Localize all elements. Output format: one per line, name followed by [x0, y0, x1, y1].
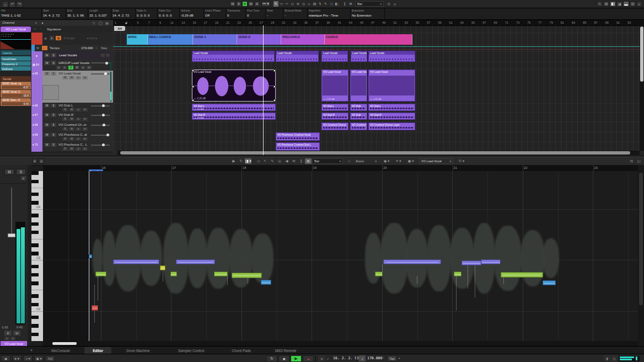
- audition-loop-icon[interactable]: ↻: [238, 158, 244, 164]
- global-r-button[interactable]: R: [242, 1, 248, 7]
- audio-activity-icon[interactable]: ◎: [611, 355, 618, 361]
- redo-icon[interactable]: ↷: [16, 1, 23, 8]
- monitor-icon[interactable]: ⊙: [76, 147, 81, 151]
- time-warp-tool-icon[interactable]: ↯: [318, 1, 323, 7]
- object-selection-tool-icon[interactable]: ↖: [262, 158, 269, 164]
- gear-icon[interactable]: ⊛: [44, 36, 47, 40]
- pitch-snap-icon[interactable]: ⊙: [305, 158, 312, 164]
- send-slot[interactable]: SEND Vocal..G-16.8: [1, 90, 31, 98]
- tap-tempo-button[interactable]: Tap: [387, 355, 397, 361]
- monitor-icon[interactable]: ⊙: [76, 108, 81, 111]
- send-slot[interactable]: SEND Vocal..ng-8.07: [1, 82, 31, 89]
- info-field-algorithm[interactable]: Algorithmelastique Pro - Time: [308, 8, 351, 19]
- audio-event[interactable]: VO Dub L: [321, 104, 348, 111]
- track-solo-button[interactable]: S: [51, 143, 56, 147]
- warning-icon[interactable]: ⚠: [597, 1, 603, 7]
- info-field-length[interactable]: Length15. 1. 0.107: [88, 8, 111, 19]
- hub-icon[interactable]: ⌂: [2, 1, 9, 8]
- glue-tool-icon[interactable]: ⊔: [290, 1, 295, 7]
- color-icon[interactable]: ▣ ▾: [406, 158, 416, 164]
- track-parts-box[interactable]: [42, 85, 59, 100]
- selection-handle[interactable]: [192, 70, 194, 72]
- sync-icon[interactable]: ◉: [318, 355, 325, 361]
- read-button[interactable]: R: [62, 108, 68, 111]
- piano-key-black[interactable]: [31, 333, 39, 337]
- color-tool-icon[interactable]: ◧: [334, 1, 339, 7]
- variaudio-segment[interactable]: [176, 259, 215, 264]
- channel-tab-header[interactable]: Channel: [0, 20, 31, 26]
- track-mute-button[interactable]: M: [44, 123, 50, 127]
- info-field-file[interactable]: FileTAKE 1, 1-02: [0, 8, 42, 19]
- audio-event[interactable]: VO Lead Voc: [350, 70, 367, 102]
- piano-key-white[interactable]: [31, 175, 43, 179]
- piano-key-black[interactable]: [31, 193, 39, 196]
- cycle-button[interactable]: ↻: [266, 355, 277, 362]
- read-button[interactable]: R: [62, 147, 68, 151]
- audio-event[interactable]: VO Prechorus Crushed Vocal: [276, 132, 320, 141]
- track-row-arranger[interactable]: ⊛e▦Arranger◂ Intro ▸: [31, 33, 113, 45]
- right-zone-toggle-icon[interactable]: ▥: [630, 1, 636, 7]
- volume-slider-handle[interactable]: [104, 72, 107, 75]
- send-level-bar[interactable]: -16.8: [2, 94, 30, 97]
- freeze-icon[interactable]: ⊡: [82, 76, 88, 79]
- fader-handle[interactable]: [8, 233, 15, 237]
- track-search-icon[interactable]: ◯: [98, 20, 103, 25]
- expand-zone-icon[interactable]: ◱: [636, 158, 642, 164]
- tab-mixconsole[interactable]: MixConsole: [41, 347, 80, 354]
- variaudio-segment[interactable]: [481, 259, 501, 264]
- audio-event[interactable]: VO Crushed: [350, 123, 367, 130]
- info-field-value[interactable]: 15. 1. 0.107: [89, 14, 107, 17]
- piano-key-white[interactable]: [31, 196, 43, 201]
- audio-event[interactable]: VO Crushed Chorus Layer: [368, 123, 415, 130]
- folder-event[interactable]: Lead Vocals: [368, 51, 415, 62]
- inserts-section-header[interactable]: Inserts: [1, 50, 31, 55]
- info-field-value[interactable]: -: [285, 14, 286, 17]
- track-solo-button[interactable]: S: [51, 113, 56, 117]
- piano-key-white[interactable]: [31, 209, 43, 214]
- snap-type-icon[interactable]: ⊞: [348, 1, 353, 7]
- read-button[interactable]: R: [62, 118, 68, 121]
- audio-event[interactable]: VO Dub R: [321, 113, 348, 120]
- send-level-bar[interactable]: -8.07: [2, 86, 30, 89]
- piano-key-black[interactable]: [31, 171, 39, 175]
- monitor-icon[interactable]: ⊙: [76, 127, 81, 131]
- mute-tool-icon[interactable]: ×: [307, 1, 312, 7]
- track-row-group[interactable]: ▦ 64MSGROUP Lead Vocalse⊂RW⊙⊡: [31, 60, 113, 71]
- chevron-down-icon[interactable]: ▾: [399, 356, 400, 360]
- automation-icon[interactable]: ⊂: [62, 66, 67, 70]
- editor-grid-selector[interactable]: Bar▾: [312, 158, 343, 164]
- editor-solo-button[interactable]: S: [16, 169, 26, 175]
- piano-key-white[interactable]: [31, 188, 43, 192]
- track-mute-button[interactable]: M: [44, 104, 50, 108]
- write-button[interactable]: W: [13, 331, 20, 336]
- record-enable-icon[interactable]: ⊡: [10, 337, 15, 340]
- object-selection-tool-icon[interactable]: ↖: [273, 1, 278, 7]
- folder-event[interactable]: Lead Vocals: [192, 51, 275, 62]
- volume-slider-handle[interactable]: [102, 143, 105, 146]
- midi-activity-icon[interactable]: ▮: [604, 355, 610, 361]
- monitor-icon[interactable]: ⊙: [76, 137, 81, 141]
- audio-event[interactable]: VO Lead Vocal⊿ -2.93 dB: [321, 70, 348, 102]
- editor-h-scrollbar-thumb[interactable]: [52, 342, 77, 345]
- piano-key-black[interactable]: [31, 273, 39, 277]
- read-button[interactable]: R: [62, 137, 68, 141]
- info-field-value[interactable]: 30. 1. 3. 96: [67, 14, 84, 17]
- variaudio-editor[interactable]: [43, 171, 638, 341]
- folder-event[interactable]: Lead Vocals: [276, 51, 319, 62]
- write-button[interactable]: W: [69, 118, 74, 121]
- freeze-icon[interactable]: ⊡: [82, 127, 88, 131]
- freeze-icon[interactable]: ⊡: [82, 147, 88, 151]
- variaudio-segment[interactable]: [375, 272, 383, 276]
- audio-event[interactable]: VO Dub: [350, 104, 367, 111]
- track-mute-button[interactable]: M: [44, 133, 50, 137]
- tempo-value[interactable]: 170.000: [81, 46, 93, 50]
- folder-event[interactable]: Lead Vocals: [321, 51, 348, 62]
- open-in-window-icon[interactable]: ⊡: [629, 158, 635, 164]
- filter-tracks-icon[interactable]: ▽: [91, 20, 96, 25]
- variaudio-segment[interactable]: [95, 272, 106, 276]
- selection-handle[interactable]: [273, 99, 276, 102]
- info-field-musical-mode[interactable]: Musical Mode-: [283, 8, 308, 19]
- audio-event[interactable]: VO Dub: [350, 113, 367, 120]
- variaudio-segment[interactable]: [383, 259, 441, 264]
- info-field-value[interactable]: 0: [227, 14, 229, 17]
